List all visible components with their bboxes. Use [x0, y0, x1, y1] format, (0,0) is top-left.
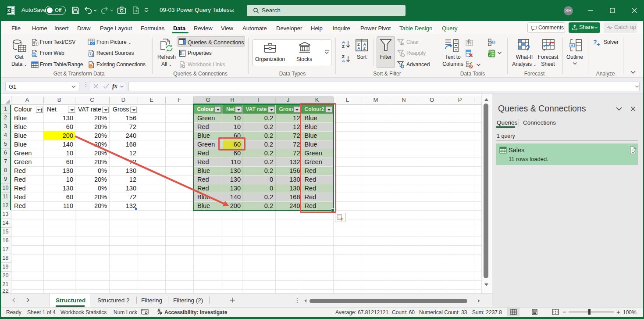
svg-text:Z: Z	[342, 44, 345, 49]
svg-text:X: X	[7, 8, 10, 13]
svg-text:A: A	[342, 58, 345, 63]
svg-text:A: A	[363, 42, 366, 47]
svg-text:?: ?	[526, 44, 530, 52]
svg-text:Z: Z	[363, 46, 366, 50]
svg-text:Z: Z	[357, 42, 360, 47]
svg-text:?: ?	[593, 39, 597, 46]
svg-text:J: J	[489, 53, 491, 57]
svg-text:A: A	[357, 46, 360, 50]
